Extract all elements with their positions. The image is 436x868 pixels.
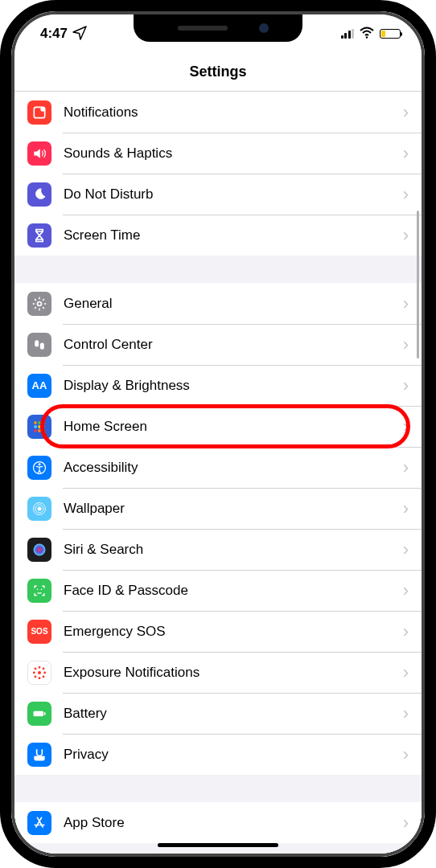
chevron-right-icon: ›: [403, 293, 409, 314]
home-screen-icon: [27, 415, 51, 439]
privacy-icon: [27, 743, 51, 767]
screen-time-icon: [27, 223, 51, 248]
face-id-icon: [27, 579, 51, 603]
chevron-right-icon: ›: [403, 539, 409, 560]
row-accessibility[interactable]: Accessibility ›: [14, 447, 422, 488]
row-exposure-notifications[interactable]: Exposure Notifications ›: [14, 652, 422, 693]
row-battery[interactable]: Battery ›: [14, 693, 422, 734]
chevron-right-icon: ›: [403, 184, 409, 205]
home-indicator[interactable]: [158, 843, 278, 847]
svg-point-30: [35, 676, 36, 678]
row-label: Control Center: [64, 337, 403, 353]
row-sounds-haptics[interactable]: Sounds & Haptics ›: [14, 133, 422, 174]
chevron-right-icon: ›: [403, 102, 409, 123]
location-icon: [72, 25, 88, 43]
svg-point-20: [34, 543, 46, 555]
row-label: Privacy: [64, 747, 403, 763]
row-display-brightness[interactable]: AA Display & Brightness ›: [14, 365, 422, 406]
svg-rect-4: [35, 340, 39, 346]
row-label: Wallpaper: [64, 501, 403, 517]
row-label: Siri & Search: [64, 542, 403, 558]
chevron-right-icon: ›: [403, 813, 409, 833]
svg-point-31: [43, 676, 44, 678]
svg-rect-13: [38, 429, 40, 432]
row-label: Emergency SOS: [64, 624, 403, 640]
row-siri-search[interactable]: Siri & Search ›: [14, 529, 422, 570]
chevron-right-icon: ›: [403, 498, 409, 519]
status-time: 4:47: [40, 26, 68, 42]
chevron-right-icon: ›: [403, 375, 409, 396]
svg-point-22: [41, 588, 43, 590]
chevron-right-icon: ›: [403, 143, 409, 164]
svg-point-26: [34, 672, 35, 674]
chevron-right-icon: ›: [403, 744, 409, 765]
battery-icon: [27, 702, 51, 726]
chevron-right-icon: ›: [403, 662, 409, 683]
row-emergency-sos[interactable]: SOS Emergency SOS ›: [14, 611, 422, 652]
row-home-screen[interactable]: Home Screen ›: [14, 406, 422, 447]
chevron-right-icon: ›: [403, 457, 409, 478]
row-control-center[interactable]: Control Center ›: [14, 324, 422, 365]
row-label: Face ID & Passcode: [64, 583, 403, 599]
display-icon: AA: [27, 374, 51, 398]
svg-rect-11: [42, 425, 44, 428]
chevron-right-icon: ›: [403, 225, 409, 246]
svg-rect-8: [42, 421, 44, 424]
row-label: Sounds & Haptics: [64, 145, 403, 162]
svg-point-27: [44, 672, 46, 674]
svg-point-2: [40, 106, 45, 111]
wallpaper-icon: [27, 497, 51, 521]
svg-point-3: [38, 301, 42, 305]
svg-point-24: [39, 666, 40, 668]
general-icon: [27, 292, 51, 316]
chevron-right-icon: ›: [403, 580, 409, 601]
row-label: App Store: [64, 815, 403, 831]
row-label: Notifications: [64, 104, 403, 121]
row-app-store[interactable]: App Store ›: [14, 802, 422, 843]
chevron-right-icon: ›: [403, 621, 409, 642]
row-wallpaper[interactable]: Wallpaper ›: [14, 488, 422, 529]
notch: [134, 14, 302, 42]
scroll-indicator[interactable]: [417, 211, 419, 358]
chevron-right-icon: ›: [403, 416, 409, 437]
svg-rect-9: [34, 425, 36, 428]
svg-point-17: [38, 506, 42, 510]
sos-icon: SOS: [27, 620, 51, 644]
svg-rect-10: [38, 425, 40, 428]
svg-rect-14: [42, 429, 44, 432]
svg-point-28: [35, 668, 36, 669]
control-center-icon: [27, 333, 51, 357]
row-label: Accessibility: [64, 460, 403, 476]
app-store-icon: [27, 811, 51, 835]
row-privacy[interactable]: Privacy ›: [14, 734, 422, 775]
row-screen-time[interactable]: Screen Time ›: [14, 215, 422, 256]
accessibility-icon: [27, 456, 51, 480]
svg-point-21: [37, 588, 39, 590]
row-label: General: [64, 296, 403, 312]
row-label: Do Not Disturb: [64, 186, 403, 203]
svg-rect-33: [44, 712, 46, 714]
svg-point-16: [39, 463, 41, 465]
settings-list: Notifications › Sounds & Haptics › Do No…: [14, 92, 422, 854]
row-do-not-disturb[interactable]: Do Not Disturb ›: [14, 174, 422, 215]
row-label: Exposure Notifications: [64, 665, 403, 681]
row-notifications[interactable]: Notifications ›: [14, 92, 422, 133]
svg-rect-5: [40, 342, 44, 349]
siri-icon: [27, 538, 51, 562]
page-title: Settings: [14, 53, 422, 92]
svg-point-23: [38, 670, 41, 674]
cellular-icon: [341, 29, 355, 39]
svg-rect-32: [34, 710, 44, 716]
svg-point-29: [43, 668, 44, 669]
row-face-id-passcode[interactable]: Face ID & Passcode ›: [14, 570, 422, 611]
sounds-icon: [27, 141, 51, 166]
notifications-icon: [27, 100, 51, 125]
row-general[interactable]: General ›: [14, 283, 422, 324]
svg-point-25: [39, 677, 40, 678]
svg-rect-12: [34, 429, 36, 432]
chevron-right-icon: ›: [403, 334, 409, 355]
wifi-icon: [359, 25, 375, 43]
row-label: Battery: [64, 706, 403, 722]
svg-rect-7: [38, 421, 40, 424]
battery-icon: [380, 29, 401, 39]
